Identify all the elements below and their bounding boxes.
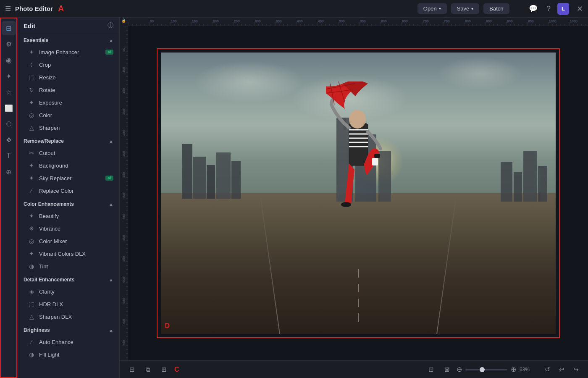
menu-item-resize[interactable]: ⬚ Resize bbox=[18, 71, 119, 84]
layers-icon[interactable]: ⊟ bbox=[2, 21, 16, 35]
color-mixer-icon: ◎ bbox=[28, 238, 35, 244]
frames-icon[interactable]: ⬜ bbox=[2, 101, 16, 115]
zoom-percent: 63% bbox=[520, 367, 534, 373]
menu-item-background[interactable]: ✦ Background bbox=[18, 159, 119, 172]
color-enhancements-chevron-icon: ▲ bbox=[109, 202, 113, 207]
auto-enhance-icon: ⁄ bbox=[28, 339, 35, 345]
building-r4 bbox=[538, 166, 547, 202]
menu-item-vibrance[interactable]: ✳ Vibrance bbox=[18, 222, 119, 235]
svg-text:550: 550 bbox=[122, 256, 126, 262]
zoom-in-button[interactable]: ⊕ bbox=[511, 365, 516, 373]
eye-icon[interactable]: ◉ bbox=[2, 53, 16, 67]
elements-icon[interactable]: ❖ bbox=[2, 133, 16, 147]
menu-item-crop[interactable]: ⊹ Crop bbox=[18, 58, 119, 71]
building-r2 bbox=[514, 172, 522, 202]
more-icon[interactable]: ⊕ bbox=[2, 165, 16, 179]
zoom-slider[interactable] bbox=[465, 369, 507, 370]
text-icon[interactable]: T bbox=[2, 149, 16, 163]
sky-replacer-icon: ✦ bbox=[28, 175, 35, 181]
menu-item-cutout[interactable]: ✂ Cutout bbox=[18, 147, 119, 159]
dancer-svg bbox=[326, 81, 393, 216]
adjustments-icon[interactable]: ⚙ bbox=[2, 37, 16, 51]
resize-icon: ⬚ bbox=[28, 74, 35, 81]
crop-icon: ⊹ bbox=[28, 61, 35, 68]
hdr-dlx-icon: ⬚ bbox=[28, 301, 35, 307]
canvas-image[interactable]: D bbox=[161, 52, 556, 334]
layers-bottom-icon[interactable]: ⊟ bbox=[126, 363, 138, 376]
cloud-right bbox=[438, 57, 522, 90]
menu-item-replace-color[interactable]: ⁄ Replace Color bbox=[18, 184, 119, 197]
menu-item-tint[interactable]: ◑ Tint bbox=[18, 260, 119, 273]
svg-text:450: 450 bbox=[122, 214, 126, 220]
svg-text:50: 50 bbox=[122, 48, 126, 52]
avatar[interactable]: L bbox=[557, 3, 569, 15]
grid-bottom-icon[interactable]: ⊞ bbox=[158, 363, 170, 376]
save-button[interactable]: Save ▾ bbox=[451, 3, 480, 14]
menu-item-sky-replacer[interactable]: ✦ Sky Replacer Ai bbox=[18, 172, 119, 184]
bottom-right-buttons: ↺ ↩ ↪ bbox=[541, 363, 582, 376]
section-color-enhancements-header[interactable]: Color Enhancements ▲ bbox=[18, 197, 119, 210]
svg-text:300: 300 bbox=[122, 151, 126, 157]
menu-item-hdr-dlx[interactable]: ⬚ HDR DLX bbox=[18, 298, 119, 310]
section-detail-enhancements-header[interactable]: Detail Enhancements ▲ bbox=[18, 273, 119, 285]
canvas-outer-border: D bbox=[157, 48, 560, 338]
svg-text:400: 400 bbox=[297, 19, 303, 23]
svg-text:500: 500 bbox=[339, 19, 345, 23]
canvas-viewport[interactable]: D bbox=[128, 26, 588, 360]
svg-text:350: 350 bbox=[276, 19, 282, 23]
svg-text:600: 600 bbox=[381, 19, 387, 23]
help-icon[interactable]: ? bbox=[544, 5, 553, 13]
exposure-icon: ✦ bbox=[28, 99, 35, 106]
close-button[interactable]: ✕ bbox=[577, 4, 583, 13]
svg-text:200: 200 bbox=[122, 109, 126, 115]
menu-item-color[interactable]: ◎ Color bbox=[18, 109, 119, 121]
actual-size-icon[interactable]: ⊠ bbox=[441, 363, 453, 376]
zoom-thumb bbox=[480, 367, 485, 372]
batch-button[interactable]: Batch bbox=[483, 3, 509, 14]
refresh-icon[interactable]: ↺ bbox=[541, 363, 554, 376]
app-title: Photo Editor bbox=[15, 5, 53, 12]
info-icon[interactable]: ⓘ bbox=[108, 22, 113, 29]
building-5 bbox=[231, 161, 241, 199]
section-essentials-header[interactable]: Essentials ▲ bbox=[18, 33, 119, 46]
svg-text:600: 600 bbox=[122, 277, 126, 283]
magic-icon[interactable]: ✦ bbox=[2, 69, 16, 83]
svg-text:950: 950 bbox=[528, 19, 534, 23]
road-line-right bbox=[436, 194, 457, 334]
menu-item-color-mixer[interactable]: ◎ Color Mixer bbox=[18, 235, 119, 247]
zoom-out-button[interactable]: ⊖ bbox=[457, 365, 462, 373]
clarity-icon: ◈ bbox=[28, 288, 35, 295]
menu-item-image-enhancer[interactable]: ✦ Image Enhancer Ai bbox=[18, 46, 119, 58]
menu-item-sharpen[interactable]: △ Sharpen bbox=[18, 121, 119, 134]
menu-item-sharpen-dlx[interactable]: △ Sharpen DLX bbox=[18, 310, 119, 323]
chat-icon[interactable]: 💬 bbox=[526, 4, 540, 13]
history-bottom-icon[interactable]: ⧉ bbox=[142, 363, 154, 376]
redo-icon[interactable]: ↪ bbox=[570, 363, 582, 376]
building-1 bbox=[182, 144, 192, 199]
menu-item-fill-light[interactable]: ◑ Fill Light bbox=[18, 348, 119, 361]
fit-screen-icon[interactable]: ⊡ bbox=[425, 363, 437, 376]
menu-item-clarity[interactable]: ◈ Clarity bbox=[18, 285, 119, 298]
menu-item-auto-enhance[interactable]: ⁄ Auto Enhance bbox=[18, 336, 119, 348]
menu-item-beautify[interactable]: ✦ Beautify bbox=[18, 210, 119, 222]
tint-icon: ◑ bbox=[28, 263, 35, 270]
ruler-left: 5010015020025030035040045050055060065070… bbox=[120, 26, 128, 360]
svg-rect-239 bbox=[374, 154, 380, 158]
hamburger-icon[interactable]: ☰ bbox=[5, 5, 11, 13]
open-button[interactable]: Open ▾ bbox=[417, 3, 447, 14]
panel-scroll[interactable]: Essentials ▲ ✦ Image Enhancer Ai ⊹ Crop … bbox=[18, 33, 119, 378]
svg-text:200: 200 bbox=[213, 19, 219, 23]
section-brightness-header[interactable]: Brightness ▲ bbox=[18, 323, 119, 336]
brightness-chevron-icon: ▲ bbox=[109, 328, 113, 333]
effects-icon[interactable]: ☆ bbox=[2, 85, 16, 99]
section-remove-replace-header[interactable]: Remove/Replace ▲ bbox=[18, 134, 119, 147]
menu-item-vibrant-colors-dlx[interactable]: ✦ Vibrant Colors DLX bbox=[18, 247, 119, 260]
ruler-top-svg: 5010015020025030035040045050055060065070… bbox=[128, 18, 588, 26]
svg-text:850: 850 bbox=[486, 19, 492, 23]
undo-icon[interactable]: ↩ bbox=[555, 363, 568, 376]
menu-item-rotate[interactable]: ↻ Rotate bbox=[18, 84, 119, 96]
people-icon[interactable]: ⚇ bbox=[2, 117, 16, 131]
menu-item-exposure[interactable]: ✦ Exposure bbox=[18, 96, 119, 109]
svg-text:800: 800 bbox=[465, 19, 471, 23]
save-arrow-icon: ▾ bbox=[471, 6, 473, 11]
